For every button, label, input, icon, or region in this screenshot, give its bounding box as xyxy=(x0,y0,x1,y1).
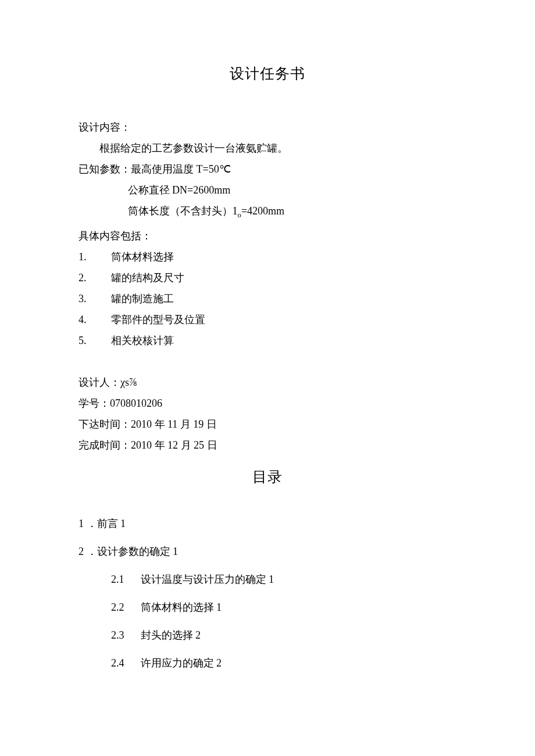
toc-sub-entry: 2.3 封头的选择 2 xyxy=(79,621,456,649)
toc-sub-page: 2 xyxy=(216,657,222,669)
list-item: 2. 罐的结构及尺寸 xyxy=(79,267,456,288)
list-num: 2. xyxy=(79,267,111,288)
list-item: 3. 罐的制造施工 xyxy=(79,288,456,309)
toc-sub-text: 设计温度与设计压力的确定 xyxy=(141,574,266,585)
list-num: 1. xyxy=(79,246,111,267)
toc-sub-num: 2.4 xyxy=(111,649,138,677)
issue-line: 下达时间：2010 年 11 月 19 日 xyxy=(79,414,456,435)
complete-label: 完成时间： xyxy=(79,439,131,451)
issue-value: 2010 年 11 月 19 日 xyxy=(131,418,217,430)
intro-label: 设计内容： xyxy=(79,117,456,138)
list-text: 罐的结构及尺寸 xyxy=(111,267,184,288)
toc-sub-text: 许用应力的确定 xyxy=(141,657,214,669)
toc-sub-text: 筒体材料的选择 xyxy=(141,601,214,613)
toc-sub-page: 2 xyxy=(195,629,201,641)
list-text: 罐的制造施工 xyxy=(111,288,174,309)
main-title: 设计任务书 xyxy=(79,64,456,83)
param3-prefix: 筒体长度（不含封头）1 xyxy=(128,205,238,217)
intro-text: 根据给定的工艺参数设计一台液氨贮罐。 xyxy=(79,138,456,159)
student-id-value: 0708010206 xyxy=(110,397,162,409)
toc-text: 设计参数的确定 xyxy=(97,546,170,557)
complete-value: 2010 年 12 月 25 日 xyxy=(131,439,217,451)
toc-sub-entry: 2.2 筒体材料的选择 1 xyxy=(79,593,456,621)
toc-text: 前言 xyxy=(97,518,118,529)
designer-value: χs⅞ xyxy=(120,377,137,388)
complete-line: 完成时间：2010 年 12 月 25 日 xyxy=(79,435,456,456)
param-2: 公称直径 DN=2600mm xyxy=(79,180,456,200)
contents-label: 具体内容包括： xyxy=(79,225,456,246)
list-num: 3. xyxy=(79,288,111,309)
params-label: 已知参数： xyxy=(79,163,131,175)
toc-sub-page: 1 xyxy=(269,574,274,585)
list-text: 相关校核计算 xyxy=(111,330,174,351)
toc-num: 2 xyxy=(79,546,84,557)
toc-entry: 2 ．设计参数的确定 1 xyxy=(79,538,456,565)
list-text: 零部件的型号及位置 xyxy=(111,309,205,330)
toc-entry: 1 ．前言 1 xyxy=(79,510,456,538)
designer-label: 设计人： xyxy=(79,377,120,388)
list-item: 4. 零部件的型号及位置 xyxy=(79,309,456,330)
param-3: 筒体长度（不含封头）1o=4200mm xyxy=(79,200,456,225)
student-id-line: 学号：0708010206 xyxy=(79,393,456,414)
toc-sub-page: 1 xyxy=(216,601,222,613)
issue-label: 下达时间： xyxy=(79,418,131,430)
list-num: 4. xyxy=(79,309,111,330)
toc-sub-num: 2.3 xyxy=(111,621,138,649)
list-item: 1. 筒体材料选择 xyxy=(79,246,456,267)
toc-sub-text: 封头的选择 xyxy=(141,629,193,641)
toc-page: 1 xyxy=(120,518,126,529)
param3-suffix: =4200mm xyxy=(241,205,284,217)
toc-sep: ． xyxy=(87,518,97,529)
designer-line: 设计人：χs⅞ xyxy=(79,372,456,393)
document-page: 设计任务书 设计内容： 根据给定的工艺参数设计一台液氨贮罐。 已知参数：最高使用… xyxy=(0,0,535,677)
list-item: 5. 相关校核计算 xyxy=(79,330,456,351)
toc-title: 目录 xyxy=(79,467,456,486)
student-id-label: 学号： xyxy=(79,397,110,409)
toc-sep: ． xyxy=(87,546,97,557)
toc-sub-num: 2.1 xyxy=(111,565,138,593)
toc-sub-num: 2.2 xyxy=(111,593,138,621)
list-num: 5. xyxy=(79,330,111,351)
list-text: 筒体材料选择 xyxy=(111,246,174,267)
toc-sub-entry: 2.1 设计温度与设计压力的确定 1 xyxy=(79,565,456,593)
param-1: 最高使用温度 T=50℃ xyxy=(131,163,231,175)
toc-sub-entry: 2.4 许用应力的确定 2 xyxy=(79,649,456,677)
params-line: 已知参数：最高使用温度 T=50℃ xyxy=(79,159,456,180)
toc-num: 1 xyxy=(79,518,84,529)
toc-page: 1 xyxy=(173,546,178,557)
